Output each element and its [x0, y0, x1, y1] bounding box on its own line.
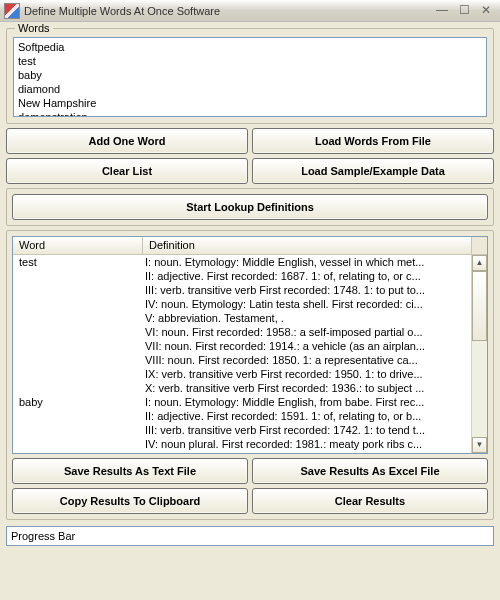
app-icon: [4, 3, 20, 19]
cell-definition: V: abbreviation. Testament, .: [143, 311, 471, 325]
cell-definition: II: adjective. First recorded: 1687. 1: …: [143, 269, 471, 283]
results-header: Word Definition: [13, 237, 487, 255]
table-row[interactable]: babyI: noun. Etymology: Middle English, …: [13, 395, 471, 409]
start-lookup-button[interactable]: Start Lookup Definitions: [12, 194, 488, 220]
cell-word: [13, 423, 143, 437]
table-row[interactable]: VI: noun. First recorded: 1958.: a self-…: [13, 325, 471, 339]
save-as-excel-button[interactable]: Save Results As Excel File: [252, 458, 488, 484]
table-row[interactable]: IV: noun. Etymology: Latin testa shell. …: [13, 297, 471, 311]
cell-word: [13, 367, 143, 381]
cell-definition: I: noun. Etymology: Middle English, from…: [143, 395, 471, 409]
window-title: Define Multiple Words At Once Software: [24, 5, 430, 17]
table-row[interactable]: V: noun. First recorded: 1889. 1: a pale…: [13, 451, 471, 453]
cell-definition: III: verb. transitive verb First recorde…: [143, 283, 471, 297]
list-item[interactable]: test: [18, 54, 482, 68]
clear-results-button[interactable]: Clear Results: [252, 488, 488, 514]
cell-word: [13, 283, 143, 297]
table-row[interactable]: IX: verb. transitive verb First recorded…: [13, 367, 471, 381]
cell-word: [13, 437, 143, 451]
table-row[interactable]: VIII: noun. First recorded: 1850. 1: a r…: [13, 353, 471, 367]
load-sample-data-button[interactable]: Load Sample/Example Data: [252, 158, 494, 184]
progress-label: Progress Bar: [11, 530, 75, 542]
cell-definition: IX: verb. transitive verb First recorded…: [143, 367, 471, 381]
results-panel: Word Definition testI: noun. Etymology: …: [6, 230, 494, 520]
close-button[interactable]: ✕: [476, 3, 496, 19]
cell-definition: VIII: noun. First recorded: 1850. 1: a r…: [143, 353, 471, 367]
words-legend: Words: [15, 22, 53, 34]
header-scroll-spacer: [471, 237, 487, 254]
cell-word: [13, 409, 143, 423]
titlebar: Define Multiple Words At Once Software —…: [0, 0, 500, 22]
maximize-button[interactable]: ☐: [454, 3, 474, 19]
column-header-word[interactable]: Word: [13, 237, 143, 254]
load-words-from-file-button[interactable]: Load Words From File: [252, 128, 494, 154]
cell-word: test: [13, 255, 143, 269]
table-row[interactable]: VII: noun. First recorded: 1914.: a vehi…: [13, 339, 471, 353]
cell-definition: IV: noun plural. First recorded: 1981.: …: [143, 437, 471, 451]
cell-word: [13, 297, 143, 311]
cell-word: [13, 339, 143, 353]
clear-list-button[interactable]: Clear List: [6, 158, 248, 184]
list-item[interactable]: New Hampshire: [18, 96, 482, 110]
list-item[interactable]: diamond: [18, 82, 482, 96]
cell-word: [13, 311, 143, 325]
table-row[interactable]: V: abbreviation. Testament, .: [13, 311, 471, 325]
table-row[interactable]: III: verb. transitive verb First recorde…: [13, 423, 471, 437]
list-item[interactable]: demonstration: [18, 110, 482, 117]
save-as-text-button[interactable]: Save Results As Text File: [12, 458, 248, 484]
cell-definition: V: noun. First recorded: 1889. 1: a pale…: [143, 451, 471, 453]
results-body[interactable]: testI: noun. Etymology: Middle English, …: [13, 255, 471, 453]
list-item[interactable]: Softpedia: [18, 40, 482, 54]
cell-word: [13, 353, 143, 367]
list-item[interactable]: baby: [18, 68, 482, 82]
cell-definition: II: adjective. First recorded: 1591. 1: …: [143, 409, 471, 423]
table-row[interactable]: III: verb. transitive verb First recorde…: [13, 283, 471, 297]
table-row[interactable]: X: verb. transitive verb First recorded:…: [13, 381, 471, 395]
cell-word: [13, 325, 143, 339]
scroll-down-arrow-icon[interactable]: ▼: [472, 437, 487, 453]
table-row[interactable]: II: adjective. First recorded: 1687. 1: …: [13, 269, 471, 283]
scroll-up-arrow-icon[interactable]: ▲: [472, 255, 487, 271]
cell-definition: VI: noun. First recorded: 1958.: a self-…: [143, 325, 471, 339]
cell-word: [13, 451, 143, 453]
table-row[interactable]: II: adjective. First recorded: 1591. 1: …: [13, 409, 471, 423]
progress-bar: Progress Bar: [6, 526, 494, 546]
cell-word: [13, 381, 143, 395]
add-one-word-button[interactable]: Add One Word: [6, 128, 248, 154]
cell-definition: X: verb. transitive verb First recorded:…: [143, 381, 471, 395]
copy-to-clipboard-button[interactable]: Copy Results To Clipboard: [12, 488, 248, 514]
results-table[interactable]: Word Definition testI: noun. Etymology: …: [12, 236, 488, 454]
cell-word: baby: [13, 395, 143, 409]
window-body: Words SoftpediatestbabydiamondNew Hampsh…: [0, 22, 500, 552]
table-row[interactable]: IV: noun plural. First recorded: 1981.: …: [13, 437, 471, 451]
cell-definition: III: verb. transitive verb First recorde…: [143, 423, 471, 437]
cell-definition: I: noun. Etymology: Middle English, vess…: [143, 255, 471, 269]
scroll-thumb[interactable]: [472, 271, 487, 341]
cell-definition: VII: noun. First recorded: 1914.: a vehi…: [143, 339, 471, 353]
table-row[interactable]: testI: noun. Etymology: Middle English, …: [13, 255, 471, 269]
column-header-definition[interactable]: Definition: [143, 237, 471, 254]
words-listbox[interactable]: SoftpediatestbabydiamondNew Hampshiredem…: [13, 37, 487, 117]
words-groupbox: Words SoftpediatestbabydiamondNew Hampsh…: [6, 28, 494, 124]
cell-definition: IV: noun. Etymology: Latin testa shell. …: [143, 297, 471, 311]
cell-word: [13, 269, 143, 283]
minimize-button[interactable]: —: [432, 3, 452, 19]
start-lookup-panel: Start Lookup Definitions: [6, 188, 494, 226]
vertical-scrollbar[interactable]: ▲ ▼: [471, 255, 487, 453]
